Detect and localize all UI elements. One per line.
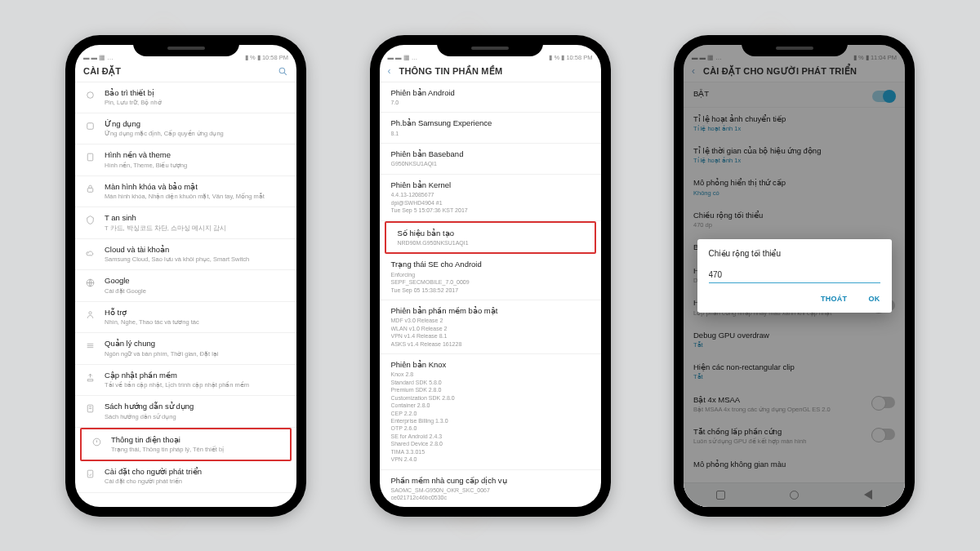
row-title: Bảo trì thiết bị — [105, 88, 288, 98]
info-row[interactable]: Phiên bản phần mềm bảo mậtMDF v3.0 Relea… — [380, 300, 601, 354]
row-icon — [83, 339, 96, 358]
svg-rect-4 — [87, 154, 93, 162]
settings-row[interactable]: Bảo trì thiết bịPin, Lưu trữ, Bộ nhớ — [75, 82, 296, 113]
back-icon[interactable]: ‹ — [388, 66, 393, 76]
row-subtitle: Knox 2.8Standard SDK 5.8.0Premium SDK 2.… — [391, 371, 593, 463]
svg-point-2 — [87, 91, 93, 98]
row-icon — [83, 213, 96, 232]
settings-row[interactable]: GoogleCài đặt Google — [75, 270, 296, 301]
settings-row[interactable]: Hỗ trợNhìn, Nghe, Thao tác và tương tác — [75, 302, 296, 333]
row-title: Cài đặt cho người phát triển — [105, 467, 288, 477]
row-title: Google — [105, 276, 288, 286]
settings-row[interactable]: Hình nền và themeHình nền, Theme, Biểu t… — [75, 144, 296, 176]
row-subtitle: 7.0 — [391, 99, 593, 106]
page-title: CÀI ĐẶT — [83, 66, 121, 77]
row-subtitle: Sách hướng dẫn sử dụng — [105, 413, 288, 421]
row-subtitle: SAOMC_SM-G950N_OKR_SKC_0067ce021712c46bc… — [391, 487, 593, 502]
row-subtitle: NRD90M.G950NKSU1AQI1 — [398, 239, 586, 247]
row-title: Ph.bản Samsung Experience — [391, 118, 593, 128]
min-width-input[interactable] — [709, 268, 880, 283]
header: ‹ THÔNG TIN PHẦN MỀM — [380, 63, 601, 82]
modal-overlay: Chiều rộng tối thiểu THOÁT OK — [684, 45, 905, 507]
row-subtitle: Nhìn, Nghe, Thao tác và tương tác — [105, 318, 288, 327]
row-icon — [83, 467, 96, 486]
notch — [133, 35, 239, 56]
row-title: Thông tin điện thoại — [111, 435, 282, 445]
settings-row[interactable]: Cập nhật phần mềmTải về bản cập nhật, Lị… — [75, 365, 296, 396]
row-subtitle: Hình nền, Theme, Biểu tượng — [105, 162, 288, 170]
svg-rect-5 — [87, 188, 93, 192]
row-title: Số hiệu bản tạo — [398, 229, 586, 238]
row-title: T an sinh — [105, 213, 288, 223]
row-title: Màn hình khóa và bảo mật — [105, 182, 288, 192]
info-row[interactable]: Số hiệu bản tạoNRD90M.G950NKSU1AQI1 — [386, 223, 595, 253]
settings-row[interactable]: Cài đặt cho người phát triểnCài đặt cho … — [75, 461, 296, 492]
settings-list: Bảo trì thiết bịPin, Lưu trữ, Bộ nhớ Ứng… — [75, 82, 296, 507]
page-title: THÔNG TIN PHẦN MỀM — [399, 66, 503, 77]
row-icon — [83, 402, 96, 420]
dialog-title: Chiều rộng tối thiểu — [709, 249, 880, 258]
info-row[interactable]: Phiên bản KnoxKnox 2.8Standard SDK 5.8.0… — [380, 354, 601, 470]
row-subtitle: G950NKSU1AQI1 — [391, 160, 593, 167]
row-icon — [83, 245, 96, 264]
svg-rect-10 — [87, 470, 93, 478]
info-row[interactable]: Phần mềm nhà cung cấp dịch vụSAOMC_SM-G9… — [380, 470, 601, 507]
row-icon — [83, 182, 96, 201]
dialog-ok-button[interactable]: OK — [868, 295, 880, 303]
row-icon — [83, 276, 96, 295]
phone-software-info: ▬ ▬ ▦ … ▮ % ▮ 10:58 PM ‹ THÔNG TIN PHẦN … — [370, 35, 611, 517]
row-title: Phiên bản Android — [391, 88, 593, 98]
screen: ▬ ▬ ▦ … ▮ % ▮ 10:58 PM ‹ THÔNG TIN PHẦN … — [380, 45, 601, 507]
highlight-box: Số hiệu bản tạoNRD90M.G950NKSU1AQI1 — [385, 221, 596, 255]
row-subtitle: T 카드, 박싱코드 차단, 스마싱 메시지 감시 — [105, 224, 288, 233]
info-row[interactable]: Phiên bản BasebandG950NKSU1AQI1 — [380, 144, 601, 175]
phone-settings: ▬ ▬ ▦ … ▮ % ▮ 10:58 PM CÀI ĐẶT Bảo trì t… — [65, 35, 306, 517]
info-row[interactable]: Trạng thái SE cho AndroidEnforcingSEPF_S… — [380, 254, 601, 300]
row-title: Sách hướng dẫn sử dụng — [105, 402, 288, 411]
settings-row[interactable]: Sách hướng dẫn sử dụngSách hướng dẫn sử … — [75, 396, 296, 427]
settings-row[interactable]: Quản lý chungNgôn ngữ và bàn phím, Thời … — [75, 333, 296, 364]
info-row[interactable]: Phiên bản Kernel4.4.13-12085677dpi@SWHD4… — [380, 175, 601, 221]
row-subtitle: Pin, Lưu trữ, Bộ nhớ — [105, 99, 288, 107]
svg-line-1 — [284, 73, 287, 75]
row-subtitle: 4.4.13-12085677dpi@SWHD4904 #1Tue Sep 5 … — [391, 191, 593, 214]
row-subtitle: Ngôn ngữ và bàn phím, Thời gian, Đặt lại — [105, 350, 288, 358]
info-row[interactable]: Ph.bản Samsung Experience8.1 — [380, 113, 601, 144]
row-subtitle: Cài đặt cho người phát triển — [105, 478, 288, 486]
settings-row[interactable]: T an sinhT 카드, 박싱코드 차단, 스마싱 메시지 감시 — [75, 207, 296, 238]
search-icon[interactable] — [278, 66, 288, 77]
status-right: ▮ % ▮ 10:58 PM — [245, 54, 288, 61]
settings-row[interactable]: Thông tin điện thoạiTrạng thái, Thông ti… — [82, 429, 290, 460]
row-icon — [83, 371, 96, 389]
status-left: ▬ ▬ ▦ … — [388, 54, 418, 61]
svg-rect-3 — [87, 123, 93, 130]
row-icon — [83, 308, 96, 327]
row-icon — [83, 150, 96, 169]
row-title: Phiên bản phần mềm bảo mật — [391, 306, 593, 316]
row-subtitle: MDF v3.0 Release 2WLAN v1.0 Release 2VPN… — [391, 317, 593, 348]
row-subtitle: Samsung Cloud, Sao lưu và khôi phục, Sma… — [105, 256, 288, 264]
settings-row[interactable]: Ứng dụngỨng dụng mặc định, Cấp quyền ứng… — [75, 113, 296, 144]
row-title: Phần mềm nhà cung cấp dịch vụ — [391, 476, 593, 486]
notch — [437, 35, 543, 56]
settings-row[interactable]: Màn hình khóa và bảo mậtMàn hình khóa, N… — [75, 176, 296, 207]
dialog-cancel-button[interactable]: THOÁT — [821, 295, 848, 303]
row-title: Hình nền và theme — [105, 150, 288, 160]
status-left: ▬ ▬ ▦ … — [83, 54, 114, 61]
row-title: Quản lý chung — [105, 339, 288, 349]
row-title: Cloud và tài khoản — [105, 245, 288, 255]
row-subtitle: Màn hình khóa, Nhận diện khuôn mặt, Vân … — [105, 193, 288, 201]
row-icon — [90, 435, 103, 454]
info-row[interactable]: Phiên bản Android7.0 — [380, 82, 601, 113]
row-subtitle: Cài đặt Google — [105, 287, 288, 295]
row-subtitle: EnforcingSEPF_SECMOBILE_7.0_0009Tue Sep … — [391, 271, 593, 294]
row-title: Phiên bản Kernel — [391, 180, 593, 190]
dialog-actions: THOÁT OK — [709, 295, 880, 308]
row-title: Phiên bản Baseband — [391, 149, 593, 159]
row-title: Cập nhật phần mềm — [105, 371, 288, 380]
phone-dev-options: ▬ ▬ ▦ … ▮ % ▮ 11:04 PM ‹ CÀI ĐẶT CHO NGƯ… — [674, 35, 915, 517]
highlight-box: Thông tin điện thoạiTrạng thái, Thông ti… — [80, 428, 292, 461]
software-info-list: Phiên bản Android7.0 Ph.bản Samsung Expe… — [380, 82, 601, 507]
row-icon — [83, 88, 96, 107]
settings-row[interactable]: Cloud và tài khoảnSamsung Cloud, Sao lưu… — [75, 239, 296, 270]
